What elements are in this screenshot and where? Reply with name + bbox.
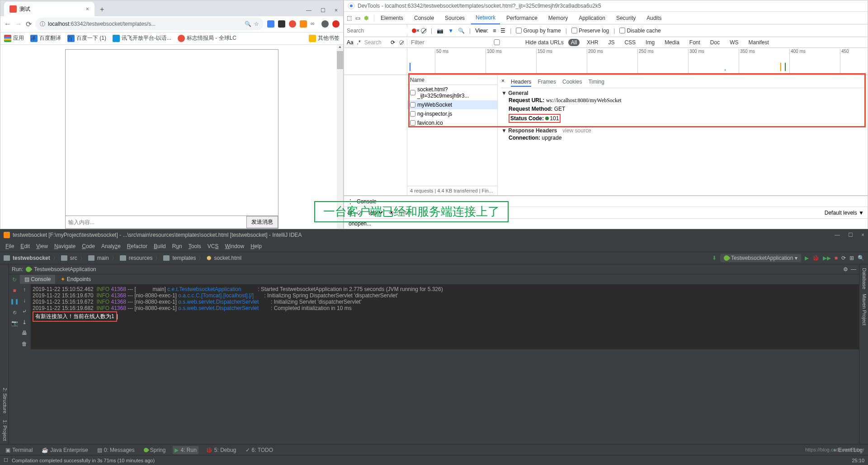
refresh-icon[interactable]: ⟳ (391, 39, 395, 46)
zoom-icon[interactable]: 🔍 (245, 21, 251, 27)
gutter-structure[interactable]: 2: Structure (1, 388, 8, 413)
tab-sources[interactable]: Sources (440, 12, 469, 24)
close-tab-icon[interactable]: × (86, 6, 89, 12)
search-icon[interactable]: 🔍 (458, 28, 465, 34)
filter-ws[interactable]: WS (727, 39, 741, 46)
bookmark-item[interactable]: 讯飞开放平台-以语... (113, 34, 171, 42)
new-tab-button[interactable]: + (100, 5, 104, 16)
tab-network[interactable]: Network (471, 12, 500, 24)
back-icon[interactable]: ← (4, 20, 11, 28)
tab-debug[interactable]: 🐞 5: Debug (204, 446, 238, 454)
minimize-icon[interactable]: — (306, 7, 311, 14)
clear-icon[interactable] (421, 28, 426, 33)
tab-security[interactable]: Security (612, 12, 640, 24)
inspect-icon[interactable]: ⬚ (347, 15, 352, 21)
message-input[interactable] (66, 216, 246, 228)
tab-messages[interactable]: ▤ 0: Messages (95, 446, 137, 454)
disable-cache-checkbox[interactable]: Disable cache (619, 28, 660, 34)
ext-icon[interactable]: ∞ (311, 20, 318, 28)
address-bar[interactable]: ⓘ localhost:63342/testwebsocket/template… (35, 18, 264, 30)
maximize-icon[interactable]: ☐ (848, 232, 853, 238)
log-levels[interactable]: Default levels ▼ (825, 210, 864, 216)
breadcrumb[interactable]: templates (172, 255, 196, 261)
update-icon[interactable]: ⟳ (841, 255, 846, 261)
menu-edit[interactable]: Edit (18, 242, 33, 250)
clear-icon[interactable] (399, 40, 404, 45)
view-source-link[interactable]: view source (562, 127, 591, 134)
forward-icon[interactable]: → (15, 20, 22, 28)
match-case[interactable]: Aa (347, 39, 354, 46)
ext-icon[interactable] (332, 20, 340, 28)
preserve-log-checkbox[interactable]: Preserve log (571, 28, 609, 34)
other-bookmarks[interactable]: 其他书签 (309, 34, 340, 42)
apps-button[interactable]: 应用 (4, 34, 24, 42)
menu-help[interactable]: Help (248, 242, 264, 250)
status-icon[interactable]: ☐ (4, 457, 8, 463)
run-icon[interactable]: ▶ (805, 255, 809, 261)
filter-img[interactable]: Img (643, 39, 657, 46)
pause-icon[interactable]: ❚❚ (11, 298, 18, 305)
bookmark-item[interactable]: 译百度翻译 (30, 34, 61, 42)
tab-console[interactable]: ▤ Console (20, 275, 55, 284)
structure-icon[interactable]: ⊞ (849, 255, 854, 261)
print-icon[interactable]: 🖶 (21, 329, 28, 337)
breadcrumb[interactable]: main (97, 255, 109, 261)
menu-navigate[interactable]: Navigate (52, 242, 78, 250)
tab-elements[interactable]: Elements (376, 12, 408, 24)
clear-icon[interactable]: 🗑 (21, 340, 28, 348)
tab-terminal[interactable]: ▣ Terminal (4, 446, 34, 454)
rerun-icon[interactable]: ↻ (11, 276, 18, 283)
device-icon[interactable]: ▭ (355, 15, 360, 21)
bookmark-star-icon[interactable]: ☆ (254, 21, 259, 27)
send-button[interactable]: 发送消息 (246, 216, 278, 228)
ext-icon[interactable] (267, 20, 274, 28)
menu-vcs[interactable]: VCS (205, 242, 222, 250)
filter-doc[interactable]: Doc (708, 39, 722, 46)
stop-icon[interactable]: ■ (11, 287, 18, 294)
tab-todo[interactable]: ✓ 6: TODO (244, 446, 275, 454)
menu-tools[interactable]: Tools (186, 242, 204, 250)
filter-xhr[interactable]: XHR (584, 39, 601, 46)
large-rows-icon[interactable]: ≡ (493, 28, 496, 34)
search-icon[interactable]: 🔍 (858, 255, 864, 261)
filter-all[interactable]: All (568, 39, 580, 46)
tab-run[interactable]: ▶ 4: Run (173, 446, 198, 454)
down-icon[interactable]: ↓ (21, 297, 28, 304)
attach-icon[interactable]: ▶▶ (823, 255, 831, 261)
menu-window[interactable]: Window (222, 242, 247, 250)
filter-js[interactable]: JS (605, 39, 617, 46)
filter-font[interactable]: Font (687, 39, 703, 46)
record-icon[interactable] (412, 28, 416, 33)
menu-refactor[interactable]: Refactor (124, 242, 150, 250)
profile-icon[interactable] (321, 20, 329, 28)
gutter-database[interactable]: Database (860, 268, 867, 289)
response-headers-section[interactable]: ▼ Response Headersview source (501, 127, 864, 134)
menu-file[interactable]: File (3, 242, 17, 250)
gutter-project[interactable]: 1: Project (1, 420, 8, 441)
tab-application[interactable]: Application (574, 12, 610, 24)
chrome-tab[interactable]: 测试 × (4, 2, 94, 16)
breadcrumb[interactable]: src (70, 255, 77, 261)
tab-audits[interactable]: Audits (642, 12, 666, 24)
menu-view[interactable]: View (33, 242, 51, 250)
ext-icon[interactable] (300, 20, 307, 28)
exit-icon[interactable]: ⎋ (11, 309, 18, 316)
menu-code[interactable]: Code (79, 242, 98, 250)
debug-icon[interactable]: 🐞 (812, 255, 819, 261)
devtools-search[interactable] (347, 28, 415, 34)
tab-performance[interactable]: Performance (502, 12, 542, 24)
console-output[interactable]: 2019-11-22 15:10:52.462 INFO 41368 --- [… (31, 284, 859, 349)
filter-media[interactable]: Media (662, 39, 682, 46)
tab-console[interactable]: Console (410, 12, 439, 24)
bookmark-item[interactable]: 标志情报局 - 全球LC (178, 34, 236, 42)
ext-icon[interactable] (278, 20, 285, 28)
collapse-icon[interactable]: — (851, 266, 856, 272)
maximize-icon[interactable]: ☐ (321, 7, 326, 14)
dump-icon[interactable]: 📷 (11, 319, 18, 327)
site-info-icon[interactable]: ⓘ (40, 20, 45, 28)
camera-icon[interactable]: 📷 (437, 28, 443, 34)
gutter-maven[interactable]: Maven Project (860, 294, 867, 325)
filter-funnel-icon[interactable]: ▼ (448, 28, 453, 34)
tab-java-ee[interactable]: ☕ Java Enterprise (40, 446, 90, 454)
breadcrumb[interactable]: resources (129, 255, 153, 261)
